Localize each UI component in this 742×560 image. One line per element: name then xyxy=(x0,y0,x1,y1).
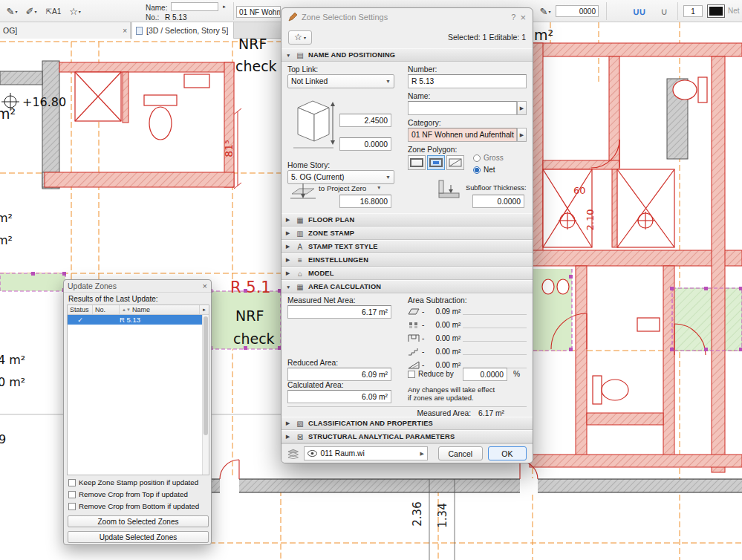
tab-3d-selection[interactable]: [3D / Selection, Story 5] xyxy=(131,22,234,39)
top-link-dropdown[interactable]: Not Linked▼ xyxy=(287,74,394,88)
category-field[interactable]: 01 NF Wohnen u xyxy=(236,6,281,18)
number-value[interactable]: R 5.13 xyxy=(165,13,186,22)
zoom-to-selected-zones-button[interactable]: Zoom to Selected Zones xyxy=(68,515,209,527)
reference-polygon-icon xyxy=(449,157,462,168)
section-model[interactable]: ▶ ⌂ MODEL xyxy=(281,267,533,280)
fill-tool-icon[interactable]: ✐▾ xyxy=(22,2,40,20)
reduced-area-field: 6.09 m² xyxy=(287,368,391,381)
subfloor-icon xyxy=(436,179,461,201)
pen-tool-icon[interactable]: ✎▾ xyxy=(3,2,21,20)
zone-height-field[interactable]: 2.4500 xyxy=(339,114,391,127)
reduce-by-checkbox[interactable]: Reduce by xyxy=(408,370,454,378)
header-menu-arrow-icon[interactable]: ▸ xyxy=(200,305,209,314)
subtraction-value: 0.00 m² xyxy=(426,334,461,342)
tab-close-icon[interactable]: × xyxy=(123,27,127,35)
reduce-by-label: Reduce by xyxy=(418,370,454,378)
area-calculation-panel: Measured Net Area: 6.17 m² Area Subtract… xyxy=(281,293,533,417)
disclosure-arrow-icon: ▶ xyxy=(286,257,292,263)
section-structural-analytical[interactable]: ▶ ⊠ STRUCTURAL ANALYTICAL PARAMETERS xyxy=(281,430,533,443)
tab-floor-plan[interactable]: OG] × xyxy=(0,22,131,39)
layer-selector[interactable]: 011 Raum.wi ▶ xyxy=(304,446,427,460)
dropdown-caret-icon: ▼ xyxy=(385,175,391,180)
disclosure-arrow-icon: ▶ xyxy=(286,230,292,236)
checkbox-keep-stamp[interactable]: Keep Zone Stamp position if updated xyxy=(68,478,198,486)
favorites-row: ☆▾ Selected: 1 Editable: 1 xyxy=(281,26,533,48)
close-icon[interactable]: × xyxy=(520,12,526,23)
section-name-positioning[interactable]: ▼ ▤ NAME AND POSITIONING xyxy=(281,48,533,62)
ok-button[interactable]: OK xyxy=(488,446,527,460)
subtraction-value: 0.00 m² xyxy=(426,348,461,356)
area-subtraction-label: Area Subtraction: xyxy=(408,296,467,305)
section-classification-properties[interactable]: ▶ ▧ CLASSIFICATION AND PROPERTIES xyxy=(281,417,533,430)
polygon-net-icon-button[interactable] xyxy=(427,155,445,170)
zone-base-offset-field[interactable]: 0.0000 xyxy=(339,137,391,151)
dialog-title-bar[interactable]: Zone Selection Settings ? × xyxy=(281,8,533,26)
palette-title-bar[interactable]: Update Zones × xyxy=(64,280,211,293)
subfloor-thickness-field[interactable]: 0.0000 xyxy=(472,195,524,208)
columns-subtraction-icon xyxy=(408,320,420,329)
subtraction-value: 0.09 m² xyxy=(426,307,461,316)
count-field[interactable]: 1 xyxy=(683,5,703,17)
section-einstellungen[interactable]: ▶ ≡ EINSTELLUNGEN xyxy=(281,253,533,267)
gross-radio[interactable]: Gross xyxy=(473,154,504,162)
favorites-button[interactable]: ☆▾ xyxy=(288,30,312,45)
update-selected-zones-button[interactable]: Update Selected Zones xyxy=(68,531,209,543)
result-row[interactable]: ✓ R 5.13 xyxy=(68,315,209,325)
niches-subtraction-icon xyxy=(408,333,420,342)
palette-subtitle: Results of the Last Update: xyxy=(68,295,158,303)
help-icon[interactable]: ? xyxy=(511,13,515,22)
numeric-field[interactable]: 0000 xyxy=(556,5,599,17)
section-floor-plan[interactable]: ▶ ▦ FLOOR PLAN xyxy=(281,213,533,227)
section-stamp-text-style[interactable]: ▶ A STAMP TEXT STYLE xyxy=(281,240,533,253)
name-field[interactable] xyxy=(171,2,218,11)
checkbox-box[interactable] xyxy=(408,371,415,378)
name-field[interactable] xyxy=(408,101,517,115)
checkbox-box[interactable] xyxy=(68,479,76,486)
gross-radio-circle[interactable] xyxy=(473,154,481,162)
name-flyout-arrow-icon[interactable]: ▶ xyxy=(517,101,527,115)
color-swatch[interactable] xyxy=(707,4,725,18)
column-no[interactable]: No. xyxy=(93,305,120,314)
classification-icon: ▧ xyxy=(296,420,305,428)
checkbox-remove-crop-top[interactable]: Remove Crop from Top if updated xyxy=(68,490,188,498)
reference-line-icon[interactable]: ∪ xyxy=(657,2,671,20)
list-scrollbar[interactable] xyxy=(202,315,209,475)
construction-method-icon[interactable]: ∪∪ xyxy=(625,2,652,20)
name-flyout-arrow-icon[interactable]: ▸ xyxy=(220,2,229,11)
pen-set-icon[interactable]: ✎▾ xyxy=(536,2,554,20)
digit-9: 9 xyxy=(0,432,6,446)
flyout-arrow-icon: ▶ xyxy=(420,451,423,457)
structural-icon: ⊠ xyxy=(296,433,305,441)
category-field[interactable]: 01 NF Wohnen und Aufenthalt xyxy=(408,128,517,142)
net-radio-circle[interactable] xyxy=(473,166,481,174)
checkbox-box[interactable] xyxy=(68,491,76,498)
layer-name: 011 Raum.wi xyxy=(320,449,417,458)
floor-plan-icon: ▦ xyxy=(296,216,305,224)
flyout-caret-icon: ▾ xyxy=(548,9,550,14)
cancel-button[interactable]: Cancel xyxy=(438,446,483,460)
section-zone-stamp[interactable]: ▶ ▥ ZONE STAMP xyxy=(281,227,533,240)
zone-stamp-icon: ▥ xyxy=(296,229,305,238)
subtraction-row-columns: - 0.00 m² xyxy=(408,319,527,331)
tab-doc-icon xyxy=(136,27,143,35)
project-zero-label[interactable]: to Project Zero xyxy=(319,184,366,192)
net-radio[interactable]: Net xyxy=(473,166,495,174)
polygon-gross-icon-button[interactable] xyxy=(408,155,426,170)
column-status[interactable]: Status xyxy=(68,305,93,314)
checkbox-box[interactable] xyxy=(68,503,76,510)
category-flyout-arrow-icon[interactable]: ▶ xyxy=(517,128,527,142)
project-zero-field[interactable]: 16.8000 xyxy=(339,195,391,208)
scrollbar-thumb[interactable] xyxy=(204,316,208,435)
favorites-star-icon[interactable]: ☆▾ xyxy=(65,2,85,20)
checkbox-remove-crop-bottom[interactable]: Remove Crop from Bottom if updated xyxy=(68,502,199,510)
polygon-reference-icon-button[interactable] xyxy=(446,155,464,170)
number-field[interactable]: R 5.13 xyxy=(408,74,527,88)
low-ceiling-subtraction-icon xyxy=(408,360,420,369)
column-name[interactable]: ▲▼Name xyxy=(120,305,200,314)
section-area-calculation[interactable]: ▼ ▦ AREA CALCULATION xyxy=(281,280,533,293)
label-tool-icon[interactable]: ⇱A1 xyxy=(43,2,64,20)
dim-210: 2.10 xyxy=(585,209,596,231)
reduce-by-field[interactable]: 0.0000 xyxy=(463,368,507,381)
close-icon[interactable]: × xyxy=(203,281,207,290)
subtraction-value: 0.00 m² xyxy=(426,361,461,369)
